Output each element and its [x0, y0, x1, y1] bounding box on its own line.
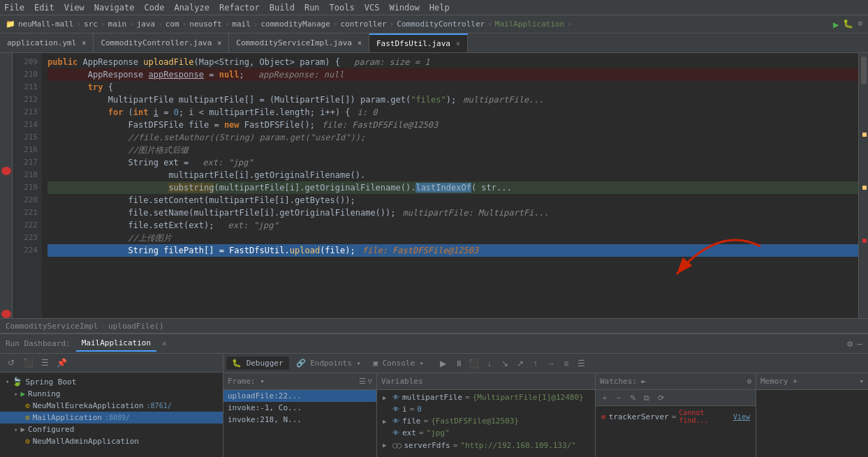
dbg-force-step-btn[interactable]: ↗ [513, 357, 527, 370]
run-tree-configured[interactable]: ▾ ▶ Configured [0, 424, 223, 435]
menu-analyze[interactable]: Analyze [174, 3, 209, 13]
menu-window[interactable]: Window [389, 3, 419, 13]
configured-label: Configured [28, 425, 74, 434]
minimize-icon[interactable]: — [857, 338, 862, 349]
frame-item-3[interactable]: invoke:218, N... [223, 414, 376, 426]
run-tree-running[interactable]: ▾ ▶ Running [0, 388, 223, 400]
var-icon: 👁 [392, 417, 399, 425]
code-breadcrumb: CommodityServiceImpl › uploadFile() [0, 318, 868, 334]
run-icon[interactable]: ▶ [833, 19, 839, 30]
tab-console[interactable]: ▣ Console ▾ [368, 357, 429, 370]
tab-endpoints[interactable]: 🔗 Endpoints ▾ [290, 357, 367, 370]
tab-label: CommodityController.java [101, 38, 212, 47]
close-tab-icon[interactable]: × [217, 39, 221, 47]
breadcrumb-class[interactable]: CommodityServiceImpl [6, 322, 98, 331]
tab-label: CommodityServiceImpl.java [236, 38, 352, 47]
copy-watch-btn[interactable]: ⧉ [640, 391, 653, 404]
frames-list-icon[interactable]: ☰ [359, 377, 366, 386]
frame-item-2[interactable]: invoke:-1, Co... [223, 402, 376, 414]
menu-file[interactable]: File [4, 3, 24, 13]
run-btn-stop[interactable]: ⬛ [21, 356, 35, 370]
run-tree-springboot[interactable]: ▾ 🍃 Spring Boot [0, 375, 223, 388]
tab-fast-dfs[interactable]: FastDfsUtil.java × [369, 33, 468, 52]
tab-commodity-controller[interactable]: CommodityController.java × [94, 33, 229, 52]
watches-settings-icon[interactable]: ⚙ [746, 377, 751, 386]
memory-settings-icon[interactable]: ▾ [859, 377, 864, 386]
dbg-settings-btn[interactable]: ☰ [575, 357, 589, 370]
nav-mail[interactable]: mail [232, 20, 251, 29]
tab-mail-application[interactable]: MailApplication [76, 336, 156, 352]
settings-gear-icon[interactable]: ⚙ [847, 338, 853, 349]
nav-class[interactable]: CommodityController [397, 20, 485, 29]
tab-debugger[interactable]: 🐛 Debugger [226, 357, 289, 370]
breakpoint-224[interactable] [1, 310, 11, 318]
debug-icon[interactable]: 🐛 [843, 19, 853, 30]
dbg-resume-btn[interactable]: ▶ [436, 357, 450, 370]
var-multipart-file[interactable]: ▶ 👁 multipartFile = {MultipartFile[1]@12… [377, 391, 595, 403]
var-server-fdfs[interactable]: ▶ ○○ serverFdfs = "http://192.168.109.13… [377, 439, 595, 451]
expand-icon: ▶ [383, 394, 390, 401]
code-line-211: try { [47, 81, 858, 93]
menu-help[interactable]: Help [429, 3, 450, 13]
run-tree-mail-app[interactable]: ⚙ MailApplication :8089/ [0, 412, 223, 424]
menu-bar: File Edit View Navigate Code Analyze Ref… [0, 0, 868, 15]
right-scrollbar[interactable] [858, 53, 868, 318]
dbg-step-into-btn[interactable]: ↘ [498, 357, 512, 370]
remove-watch-btn[interactable]: − [612, 391, 625, 404]
tab-commodity-service[interactable]: CommodityServiceImpl.java × [229, 33, 369, 52]
settings-icon[interactable]: ⚙ [858, 19, 862, 30]
menu-tools[interactable]: Tools [330, 3, 355, 13]
run-btn-restart[interactable]: ↺ [4, 356, 18, 370]
nav-neusoft[interactable]: neusoft [189, 20, 221, 29]
menu-navigate[interactable]: Navigate [94, 3, 135, 13]
nav-main[interactable]: main [108, 20, 127, 29]
loop-watch-icon[interactable]: ⟳ [654, 391, 667, 404]
dbg-pause-btn[interactable]: ⏸ [452, 357, 466, 370]
frames-filter-icon[interactable]: ▽ [367, 377, 372, 386]
run-tree-eureka[interactable]: ⚙ NeuMallEurekaApplication :8761/ [0, 400, 223, 412]
nav-java[interactable]: java [137, 20, 156, 29]
close-tab-icon[interactable]: × [456, 40, 460, 47]
run-tree-admin[interactable]: ⚙ NeuMallAdminApplication [0, 435, 223, 447]
menu-refactor[interactable]: Refactor [219, 3, 260, 13]
menu-edit[interactable]: Edit [34, 3, 54, 13]
debugger-tabs: 🐛 Debugger 🔗 Endpoints ▾ ▣ Console ▾ ▶ ⏸ [223, 354, 868, 373]
add-watch-btn[interactable]: + [598, 391, 611, 404]
nav-src[interactable]: src [84, 20, 98, 29]
nav-com[interactable]: com [165, 20, 179, 29]
nav-commodity[interactable]: commodityManage [260, 20, 330, 29]
frame-item-1[interactable]: uploadFile:22... [223, 390, 376, 402]
code-line-217: String ext = ext: "jpg" [47, 156, 858, 169]
edit-watch-btn[interactable]: ✎ [626, 391, 639, 404]
dbg-step-over-btn[interactable]: ↓ [483, 357, 496, 370]
close-tab-btn[interactable]: × [162, 339, 167, 348]
code-line-215: //file.setAuthor((String) param.get("use… [47, 131, 858, 144]
view-link[interactable]: View [733, 413, 750, 421]
code-editor[interactable]: public AppResponse uploadFile(Map<String… [42, 53, 858, 318]
menu-build[interactable]: Build [270, 3, 295, 13]
dbg-run-cursor-btn[interactable]: → [544, 357, 558, 370]
menu-code[interactable]: Code [145, 3, 165, 13]
menu-vcs[interactable]: VCS [365, 3, 380, 13]
nav-controller[interactable]: controller [340, 20, 386, 29]
watch-tracker-server[interactable]: ⊗ trackerServer = Cannot find... View [596, 407, 756, 426]
var-ext[interactable]: 👁 ext = "jpg" [377, 427, 595, 439]
run-btn-pin[interactable]: 📌 [54, 356, 68, 370]
close-tab-icon[interactable]: × [358, 39, 362, 47]
var-i[interactable]: 👁 i = 0 [377, 403, 595, 415]
menu-run[interactable]: Run [304, 3, 320, 13]
tab-application-yml[interactable]: application.yml × [0, 33, 94, 52]
menu-view[interactable]: View [64, 3, 84, 13]
nav-project[interactable]: neuMall-mall [18, 20, 73, 29]
run-btn-layout[interactable]: ☰ [38, 356, 52, 370]
breakpoint-210[interactable] [1, 167, 11, 175]
dbg-stop-btn[interactable]: ⬛ [467, 357, 481, 370]
breadcrumb-method[interactable]: uploadFile() [108, 322, 163, 331]
nav-app[interactable]: MailApplication [495, 20, 564, 29]
var-file[interactable]: ▶ 👁 file = {FastDFSFile@12503} [377, 415, 595, 427]
watches-label: Watches: ► [600, 377, 646, 386]
dbg-step-out-btn[interactable]: ↑ [529, 357, 543, 370]
bottom-panel: Run Dashboard: MailApplication × ⚙ — ↺ ⬛… [0, 334, 868, 457]
dbg-eval-btn[interactable]: ≡ [559, 357, 573, 370]
close-tab-icon[interactable]: × [82, 39, 86, 47]
